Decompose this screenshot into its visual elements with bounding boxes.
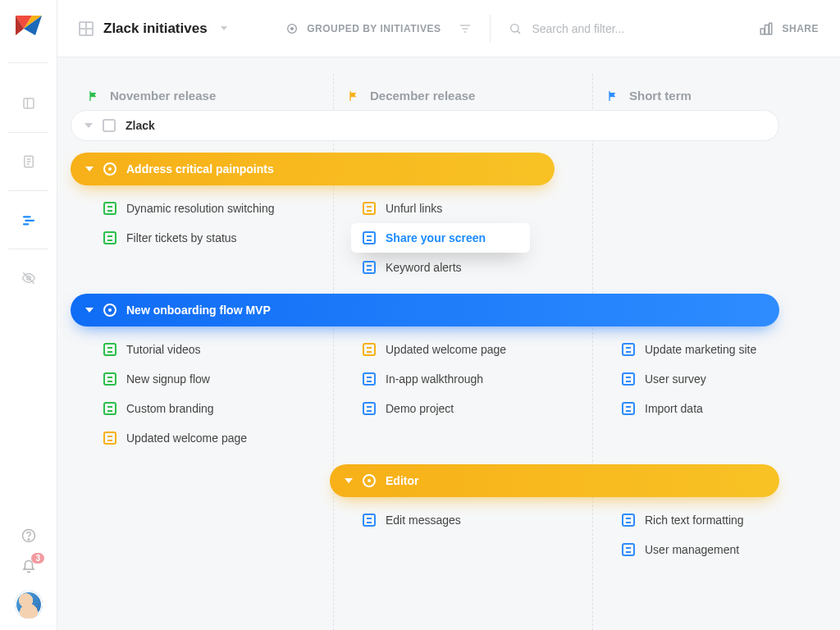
task-column: Updated welcome pageIn-app walkthroughDe… xyxy=(330,335,589,453)
nav-rail: 3 xyxy=(0,0,57,630)
rail-divider xyxy=(8,190,48,191)
svg-rect-4 xyxy=(24,98,34,108)
task-label: Rich text formatting xyxy=(645,514,744,527)
project-label: Zlack xyxy=(126,119,155,132)
nav-item-docs[interactable] xyxy=(0,138,57,185)
doc-icon xyxy=(622,543,635,556)
nav-item-board[interactable] xyxy=(0,80,57,127)
board-title-dropdown[interactable]: Zlack initiatives xyxy=(79,21,227,37)
task-label: Share your screen xyxy=(386,231,486,244)
epic-label: New onboarding flow MVP xyxy=(126,304,271,317)
svg-rect-26 xyxy=(769,23,772,34)
flag-icon xyxy=(87,89,100,103)
rail-divider xyxy=(8,62,48,63)
task-item[interactable]: In-app walkthrough xyxy=(363,364,589,394)
task-item[interactable]: Keyword alerts xyxy=(363,253,589,282)
epic-label: Address critical painpoints xyxy=(126,162,274,176)
doc-icon xyxy=(103,372,116,386)
task-item[interactable]: User survey xyxy=(622,364,840,394)
task-item[interactable]: Update marketing site xyxy=(622,335,840,364)
task-label: Tutorial videos xyxy=(126,343,201,356)
group-by-button[interactable]: GROUPED BY INITIATIVES xyxy=(285,22,441,35)
target-icon xyxy=(363,474,376,487)
task-column: Unfurl linksShare your screenKeyword ale… xyxy=(330,194,589,282)
task-label: Keyword alerts xyxy=(386,261,462,274)
task-item[interactable]: Unfurl links xyxy=(363,194,589,223)
task-label: Custom branding xyxy=(126,402,214,415)
epic-pill[interactable]: Address critical painpoints xyxy=(71,153,555,185)
search-box[interactable] xyxy=(509,22,663,35)
filter-icon[interactable] xyxy=(459,22,472,35)
doc-icon xyxy=(103,202,116,215)
task-column xyxy=(589,194,840,282)
svg-rect-24 xyxy=(761,29,765,34)
task-item[interactable]: Rich text formatting xyxy=(622,505,840,535)
epic-pill[interactable]: New onboarding flow MVP xyxy=(71,294,779,326)
avatar[interactable] xyxy=(15,591,43,619)
task-label: Updated welcome page xyxy=(126,431,247,445)
epic-pill[interactable]: Editor xyxy=(330,464,779,497)
column-title: Short term xyxy=(629,89,692,103)
target-icon xyxy=(103,304,116,317)
chevron-down-icon xyxy=(85,167,94,171)
task-item[interactable]: Updated welcome page xyxy=(363,335,589,364)
task-label: User management xyxy=(645,543,739,556)
board-content: Zlack Address critical painpointsDynamic… xyxy=(71,110,840,564)
task-item[interactable]: Dynamic resolution switching xyxy=(103,194,330,223)
task-label: Updated welcome page xyxy=(386,343,506,356)
doc-icon xyxy=(622,514,635,527)
doc-icon xyxy=(103,431,116,445)
share-button[interactable]: SHARE xyxy=(759,21,819,36)
task-item[interactable]: Tutorial videos xyxy=(103,335,330,364)
topbar: Zlack initiatives GROUPED BY INITIATIVES… xyxy=(57,0,840,57)
svg-rect-25 xyxy=(765,25,769,34)
doc-icon xyxy=(622,343,635,356)
chevron-down-icon xyxy=(85,308,94,313)
task-item[interactable]: Updated welcome page xyxy=(103,423,330,453)
search-icon xyxy=(509,22,522,35)
task-label: Demo project xyxy=(386,402,454,415)
project-row[interactable]: Zlack xyxy=(71,110,779,141)
project-icon xyxy=(103,119,116,132)
task-label: New signup flow xyxy=(126,372,210,386)
task-item[interactable]: New signup flow xyxy=(103,364,330,394)
doc-icon xyxy=(103,402,116,415)
task-item[interactable]: Import data xyxy=(622,394,840,423)
logo-mark-icon xyxy=(16,16,42,42)
column-title: December release xyxy=(370,89,475,103)
epic-tasks: Tutorial videosNew signup flowCustom bra… xyxy=(71,335,840,453)
nav-item-vision[interactable] xyxy=(0,254,57,302)
task-item[interactable]: Demo project xyxy=(363,394,589,423)
task-item[interactable]: Custom branding xyxy=(103,394,330,423)
nav-item-timeline[interactable] xyxy=(0,196,57,244)
search-input[interactable] xyxy=(532,22,663,35)
separator xyxy=(490,15,491,43)
document-icon xyxy=(21,154,36,169)
board-title: Zlack initiatives xyxy=(103,21,208,37)
logo[interactable] xyxy=(0,0,57,57)
rail-divider xyxy=(8,249,48,249)
task-item[interactable]: Edit messages xyxy=(363,505,589,535)
doc-icon xyxy=(363,343,376,356)
doc-icon xyxy=(103,343,116,356)
notifications-button[interactable]: 3 xyxy=(21,559,36,578)
task-label: Unfurl links xyxy=(386,202,442,215)
task-label: Filter tickets by status xyxy=(126,231,237,244)
help-button[interactable] xyxy=(21,528,36,546)
share-icon xyxy=(759,21,774,36)
task-column xyxy=(71,505,330,564)
rail-divider xyxy=(8,132,48,133)
doc-icon xyxy=(363,202,376,215)
task-item[interactable]: Share your screen xyxy=(351,223,530,253)
epic-tasks: Dynamic resolution switchingFilter ticke… xyxy=(71,194,840,282)
doc-icon xyxy=(622,372,635,386)
flag-icon xyxy=(347,89,360,103)
task-column: Update marketing siteUser surveyImport d… xyxy=(589,335,840,453)
task-item[interactable]: User management xyxy=(622,535,840,564)
svg-point-22 xyxy=(511,24,518,31)
task-column: Rich text formattingUser management xyxy=(589,505,840,564)
svg-line-23 xyxy=(518,30,520,33)
doc-icon xyxy=(363,514,376,527)
epic-tasks: Edit messagesRich text formattingUser ma… xyxy=(71,505,840,564)
task-item[interactable]: Filter tickets by status xyxy=(103,223,330,253)
